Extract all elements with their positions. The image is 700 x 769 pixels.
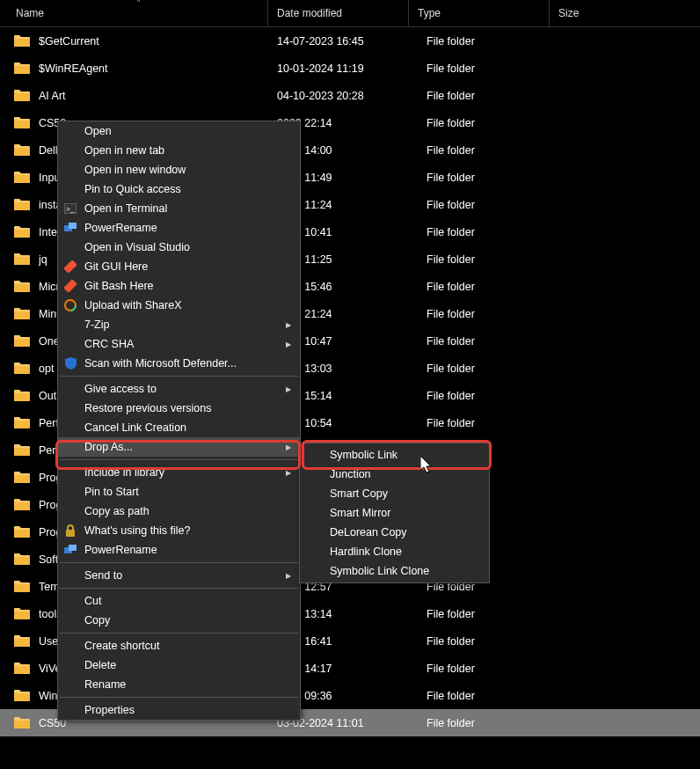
menu-item-label: Upload with ShareX: [84, 299, 181, 311]
menu-item[interactable]: Include in library▶: [58, 463, 300, 482]
menu-item[interactable]: Rename: [58, 675, 300, 694]
folder-icon: [14, 662, 30, 674]
column-header-name[interactable]: Name: [0, 0, 268, 26]
menu-item[interactable]: PowerRename: [58, 218, 300, 238]
submenu-item[interactable]: DeLorean Copy: [300, 523, 489, 542]
menu-item[interactable]: What's using this file?: [58, 521, 300, 540]
menu-item-label: Open in Terminal: [84, 202, 167, 215]
file-type: File folder: [418, 253, 567, 266]
submenu-item[interactable]: Smart Mirror: [300, 503, 489, 523]
menu-item[interactable]: Copy as path: [58, 502, 300, 521]
svg-rect-10: [69, 545, 77, 551]
table-row[interactable]: $WinREAgent10-01-2024 11:19File folder: [0, 55, 700, 82]
submenu-arrow-icon: ▶: [286, 341, 291, 348]
folder-icon: [14, 498, 30, 510]
folder-icon: [14, 62, 30, 74]
menu-item[interactable]: Send to▶: [58, 566, 300, 585]
file-type: File folder: [418, 172, 567, 184]
menu-item[interactable]: Drop As...▶: [58, 437, 300, 457]
submenu-item[interactable]: Smart Copy: [300, 484, 489, 503]
shield-icon: [63, 356, 77, 370]
menu-item[interactable]: Properties: [58, 700, 300, 720]
menu-item[interactable]: Open in new tab: [58, 141, 300, 160]
file-type: File folder: [418, 144, 567, 157]
submenu-item[interactable]: Symbolic Link Clone: [300, 561, 489, 581]
menu-item[interactable]: Scan with Microsoft Defender...: [58, 354, 300, 373]
submenu-item[interactable]: Hardlink Clone: [300, 542, 489, 561]
svg-rect-5: [64, 280, 77, 292]
file-type: File folder: [418, 663, 567, 675]
menu-item-label: Send to: [84, 569, 122, 582]
menu-item[interactable]: Create shortcut: [58, 636, 300, 655]
menu-item-label: CRC SHA: [84, 338, 134, 350]
folder-icon: [14, 580, 30, 592]
menu-item-label: Open in new tab: [84, 144, 164, 157]
menu-item[interactable]: Pin to Quick access: [58, 179, 300, 199]
file-type: File folder: [418, 363, 567, 375]
menu-item-label: Git Bash Here: [84, 280, 154, 292]
file-type: File folder: [418, 635, 567, 648]
menu-item-label: Copy: [84, 614, 110, 626]
file-type: File folder: [418, 35, 567, 48]
table-row[interactable]: $GetCurrent14-07-2023 16:45File folder: [0, 27, 700, 55]
menu-item[interactable]: Open in new window: [58, 160, 300, 179]
file-type: File folder: [418, 226, 567, 238]
file-date: 14-07-2023 16:45: [268, 35, 418, 48]
svg-rect-8: [66, 530, 75, 537]
menu-item[interactable]: PowerRename: [58, 540, 300, 560]
menu-item[interactable]: Cancel Link Creation: [58, 418, 300, 437]
folder-icon: [14, 689, 30, 701]
folder-icon: [14, 116, 30, 128]
menu-item[interactable]: Pin to Start: [58, 482, 300, 502]
menu-item[interactable]: 7-Zip▶: [58, 315, 300, 334]
column-header-size[interactable]: Size: [550, 0, 700, 26]
file-type: File folder: [418, 62, 567, 75]
file-type: File folder: [418, 308, 567, 320]
column-header-type[interactable]: Type: [409, 0, 550, 26]
menu-item-label: Properties: [84, 704, 135, 716]
table-row[interactable]: AI Art04-10-2023 20:28File folder: [0, 82, 700, 109]
folder-icon: [14, 334, 30, 347]
drop-as-submenu: Symbolic LinkJunctionSmart CopySmart Mir…: [299, 443, 490, 583]
folder-icon: [14, 525, 30, 538]
menu-item[interactable]: CRC SHA▶: [58, 334, 300, 354]
menu-item-label: Drop As...: [84, 441, 133, 453]
submenu-item-label: DeLorean Copy: [330, 526, 407, 538]
menu-item[interactable]: Give access to▶: [58, 379, 300, 399]
menu-item[interactable]: Cut: [58, 591, 300, 611]
folder-icon: [14, 198, 30, 210]
submenu-item-label: Smart Mirror: [330, 507, 390, 519]
menu-item-label: What's using this file?: [84, 524, 191, 537]
menu-item[interactable]: >_Open in Terminal: [58, 199, 300, 218]
menu-item[interactable]: Restore previous versions: [58, 399, 300, 418]
column-header-date[interactable]: Date modified: [268, 0, 409, 26]
submenu-arrow-icon: ▶: [286, 469, 291, 477]
menu-item-label: Open: [84, 125, 112, 137]
menu-item[interactable]: Copy: [58, 611, 300, 630]
menu-item-label: Cancel Link Creation: [84, 421, 186, 434]
submenu-item[interactable]: Symbolic Link: [300, 445, 489, 465]
file-type: File folder: [418, 281, 567, 293]
folder-icon: [14, 553, 30, 565]
menu-separator: [60, 633, 298, 634]
menu-item[interactable]: Git Bash Here: [58, 276, 300, 296]
submenu-arrow-icon: ▶: [286, 443, 291, 451]
folder-icon: [14, 471, 30, 483]
menu-separator: [60, 588, 298, 589]
folder-icon: [14, 34, 30, 47]
submenu-item-label: Hardlink Clone: [330, 546, 402, 558]
menu-item-label: Delete: [84, 659, 116, 671]
submenu-item-label: Junction: [330, 468, 371, 480]
menu-item-label: Create shortcut: [84, 640, 159, 652]
menu-item[interactable]: Git GUI Here: [58, 257, 300, 276]
menu-item[interactable]: Open: [58, 121, 300, 141]
menu-item-label: PowerRename: [84, 544, 157, 556]
folder-icon: [14, 716, 30, 729]
submenu-item[interactable]: Junction: [300, 465, 489, 484]
menu-item[interactable]: Delete: [58, 655, 300, 675]
folder-icon: [14, 607, 30, 619]
file-date: 04-10-2023 20:28: [268, 90, 418, 102]
menu-item[interactable]: Upload with ShareX: [58, 296, 300, 315]
column-header-row: ˄ Name Date modified Type Size: [0, 0, 700, 27]
menu-item[interactable]: Open in Visual Studio: [58, 238, 300, 257]
